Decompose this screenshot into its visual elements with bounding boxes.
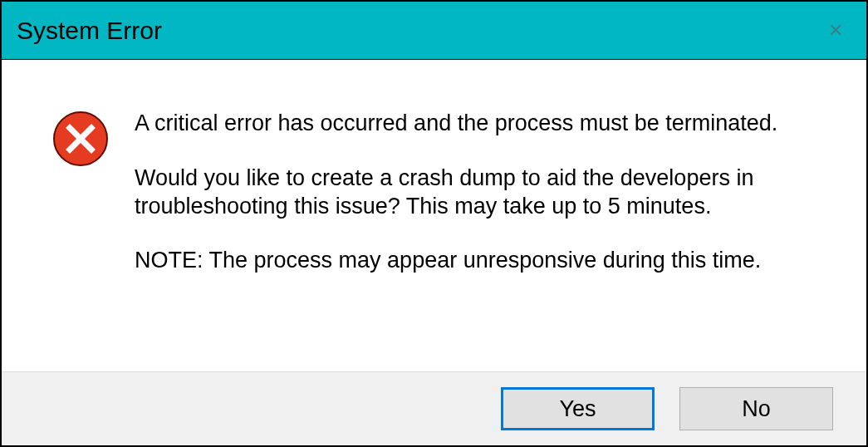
message-line-1: A critical error has occurred and the pr… bbox=[135, 110, 825, 138]
titlebar: System Error ✕ bbox=[2, 2, 866, 60]
error-x-icon bbox=[51, 110, 110, 168]
button-bar: Yes No bbox=[2, 371, 866, 445]
yes-button[interactable]: Yes bbox=[501, 387, 655, 430]
message-line-3: NOTE: The process may appear unresponsiv… bbox=[135, 247, 825, 275]
close-icon[interactable]: ✕ bbox=[821, 18, 850, 43]
no-button[interactable]: No bbox=[679, 387, 833, 430]
dialog-content: A critical error has occurred and the pr… bbox=[2, 60, 866, 371]
message-line-2: Would you like to create a crash dump to… bbox=[135, 165, 825, 221]
icon-column bbox=[51, 110, 135, 346]
titlebar-title: System Error bbox=[17, 17, 162, 45]
system-error-dialog: System Error ✕ A critical error has occu… bbox=[0, 0, 868, 447]
message-column: A critical error has occurred and the pr… bbox=[135, 110, 825, 346]
